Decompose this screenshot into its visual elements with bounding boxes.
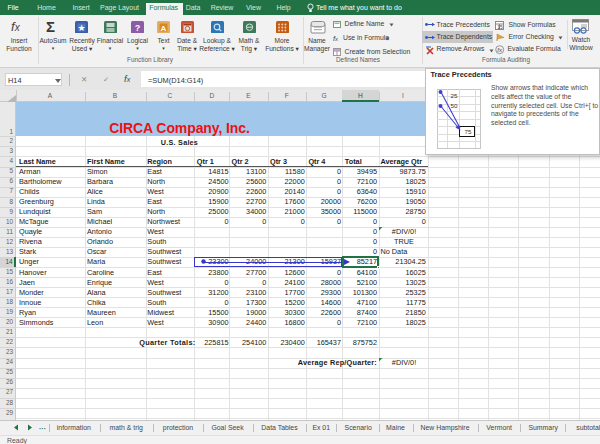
svg-text:A: A <box>161 23 167 32</box>
svg-text:?: ? <box>135 23 141 33</box>
svg-text:★: ★ <box>77 22 85 32</box>
svg-text:fx: fx <box>497 47 503 53</box>
svg-text:15: 15 <box>497 23 503 29</box>
